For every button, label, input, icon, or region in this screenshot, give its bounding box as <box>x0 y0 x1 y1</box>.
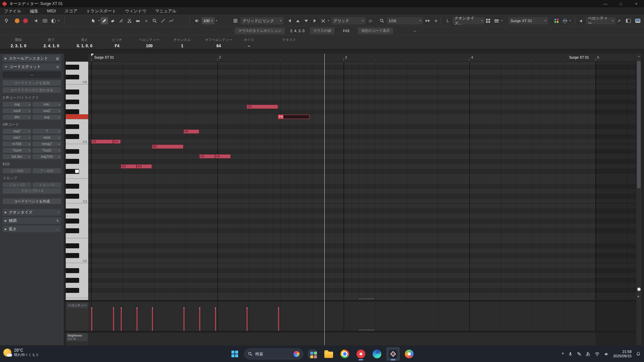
info-field-1[interactable]: 終了2. 4. 1. 0 <box>36 38 67 48</box>
edge-button[interactable] <box>370 347 384 361</box>
velocity-stem-1[interactable] <box>113 307 114 331</box>
grid-row[interactable] <box>88 238 636 243</box>
info-field-3[interactable]: ピッチF4 <box>102 38 132 48</box>
info-value[interactable]: 0. 1. 0. 0 <box>69 44 100 48</box>
piano-key-29[interactable] <box>66 233 88 238</box>
chord-button--2[interactable]: ドロップ2 <box>3 182 31 187</box>
lens-icon[interactable] <box>41 17 49 24</box>
scroll-up-icon[interactable]: ▲ <box>636 54 641 58</box>
chord-button-min6[interactable]: min6▸ <box>33 135 61 140</box>
chord-button-mmaj7[interactable]: mmaj7▸ <box>33 141 61 146</box>
piano-key-52[interactable] <box>66 119 88 124</box>
info-field-0[interactable]: 開始2. 3. 1. 0 <box>3 38 34 48</box>
grid-row[interactable] <box>88 159 636 164</box>
grid-row[interactable] <box>88 139 636 144</box>
grid-row[interactable] <box>88 258 636 263</box>
scrollbar-thumb[interactable] <box>637 61 641 188</box>
section-quantize[interactable]: ▶ クオンタイズ ⌕ <box>3 209 61 216</box>
grid-row[interactable] <box>88 184 636 189</box>
chevron-down-icon[interactable]: ▾ <box>328 19 329 22</box>
globe-icon[interactable] <box>561 17 569 24</box>
piano-key-48[interactable]: C4 <box>66 139 88 144</box>
grid-row[interactable] <box>88 293 636 298</box>
piano-key-42[interactable] <box>66 169 88 174</box>
step-input-icon[interactable] <box>484 17 492 24</box>
piano-key-37[interactable] <box>66 194 88 199</box>
chord-button-sus2[interactable]: sus2▸ <box>33 108 61 113</box>
piano-key-47[interactable] <box>66 144 88 149</box>
ime-indicator[interactable]: あ <box>586 351 590 357</box>
piano-key-54[interactable] <box>66 109 88 114</box>
piano-key-45[interactable] <box>66 154 88 159</box>
midi-note-g3-2[interactable]: G3 <box>121 164 137 169</box>
midi-note-g3-3[interactable]: G3 <box>137 164 152 169</box>
midi-note-a3-7[interactable]: A3 <box>215 154 231 159</box>
chord-button-min-[interactable]: min.▸ <box>33 102 61 107</box>
left-zone-toggle-icon[interactable] <box>625 17 632 24</box>
start-button[interactable] <box>228 347 241 361</box>
piano-key-41[interactable] <box>66 174 88 179</box>
velocity-stem-7[interactable] <box>215 307 216 331</box>
grid-row[interactable] <box>88 273 636 278</box>
menu-item-2[interactable]: MIDI <box>47 9 56 13</box>
note-grid[interactable]: C4C4G3G3B3D4A3A3G4F4 <box>88 62 636 300</box>
grid-row[interactable] <box>88 203 636 208</box>
piano-key-50[interactable] <box>66 129 88 134</box>
velocity-stem-4[interactable] <box>152 307 153 331</box>
iterative-quantize-icon[interactable] <box>424 17 431 24</box>
quantize-magnifier-icon[interactable] <box>378 17 386 24</box>
info-value[interactable]: 100 <box>134 44 165 48</box>
info-field-6[interactable]: オフベロシティー64 <box>200 38 237 48</box>
midi-note-b3-4[interactable]: B3 <box>152 144 183 149</box>
color-grid-icon[interactable] <box>553 17 560 24</box>
chord-button-7[interactable]: 7▸ <box>33 129 61 134</box>
velocity-stem-6[interactable] <box>199 307 200 331</box>
midi-note-c4-1[interactable]: C4 <box>113 139 121 144</box>
grid-row[interactable] <box>88 228 636 233</box>
info-value[interactable]: 2. 3. 1. 0 <box>3 44 34 48</box>
grid-row[interactable] <box>88 283 636 288</box>
grid-row[interactable] <box>88 154 636 159</box>
tray-chevron-up-icon[interactable]: ^ <box>562 352 564 356</box>
velocity-stem-5[interactable] <box>183 307 184 331</box>
section-length[interactable]: ▶ 長さ ↔ <box>3 226 61 232</box>
pin-icon[interactable] <box>3 17 10 24</box>
mute-tool[interactable]: × <box>143 17 150 24</box>
piano-key-55[interactable] <box>66 104 88 109</box>
grid-row[interactable] <box>88 104 636 109</box>
draw-tool[interactable] <box>101 17 108 24</box>
independent-loop-icon[interactable] <box>50 17 57 24</box>
info-value[interactable]: 2. 4. 1. 0 <box>36 44 67 48</box>
menu-item-4[interactable]: トランスポート <box>86 8 116 14</box>
grid-row[interactable] <box>88 253 636 258</box>
piano-key-31[interactable] <box>66 224 88 229</box>
split-tool[interactable] <box>126 17 133 24</box>
info-field-4[interactable]: ベロシティー100 <box>134 38 165 48</box>
chevron-down-icon[interactable]: ▾ <box>570 19 571 22</box>
align-chord-track-button[interactable]: コードトラックに合わせる <box>3 87 61 93</box>
grid-mode-dropdown[interactable]: グリッド▾ <box>331 17 366 24</box>
piano-keyboard[interactable]: C5C4C3C2 <box>66 62 88 300</box>
chord-button-full-dim[interactable]: full dim▸ <box>3 154 31 159</box>
velocity-stem-3[interactable] <box>137 307 138 331</box>
grid-row[interactable] <box>88 70 636 75</box>
velocity-stem-2[interactable] <box>121 307 122 331</box>
section-scale-assistant[interactable]: ▶ スケールアシスタント ▦ <box>3 55 61 62</box>
lane-splitter[interactable] <box>64 300 641 302</box>
event-list-icon[interactable] <box>493 17 500 24</box>
grid-row[interactable] <box>88 129 636 134</box>
grid-row[interactable] <box>88 114 636 119</box>
cubase-taskbar-button[interactable] <box>386 347 400 361</box>
event-colors-dropdown[interactable]: ベロシティー▾ <box>586 17 615 24</box>
nudge-left-icon[interactable] <box>286 17 293 24</box>
piano-key-62[interactable] <box>66 70 88 75</box>
chord-button-sus4[interactable]: sus4▸ <box>3 108 31 113</box>
grid-row[interactable] <box>88 214 636 219</box>
piano-key-57[interactable] <box>66 95 88 100</box>
midi-note-a3-6[interactable]: A3 <box>199 154 215 159</box>
piano-key-63[interactable] <box>66 65 88 70</box>
chevron-down-icon[interactable]: ▾ <box>216 19 217 22</box>
grid-link-dropdown[interactable]: グリッドにリンク▾ <box>240 17 283 24</box>
menu-item-3[interactable]: スコア <box>65 8 77 14</box>
piano-key-21[interactable] <box>66 273 88 278</box>
